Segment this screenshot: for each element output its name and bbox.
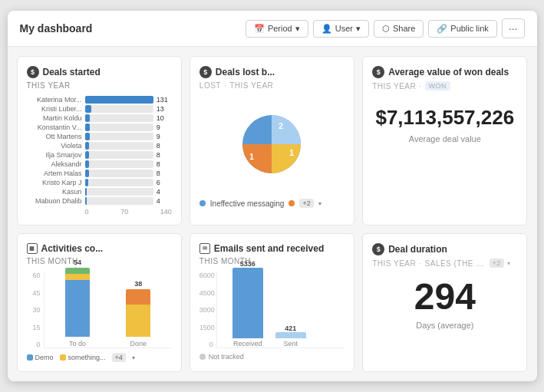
user-arrow: ▾ [356,24,361,34]
deals-started-chart: Katerina Mor...131Kristi Luber...13Marti… [27,96,172,205]
link-icon: 🔗 [437,24,447,34]
activities-dropdown-arrow[interactable]: ▾ [132,354,135,361]
more-options-button[interactable]: ··· [502,18,525,38]
svg-text:2: 2 [279,121,283,130]
bar-fill [85,105,92,113]
todo-seg-green [65,268,90,274]
bar-person-value: 10 [157,114,172,122]
window-header: My dashboard 📅 Period ▾ 👤 User ▾ ⬡ Share… [8,11,537,47]
bar-person-label: Kristo Karp J [27,179,82,186]
bar-row: Mabuon Dhalib4 [27,197,172,205]
bar-track [85,170,153,177]
bar-person-label: Violeta [27,142,82,150]
svg-text:1: 1 [289,148,294,157]
bar-person-label: Artem Halas [27,170,82,177]
dollar-icon4: $ [372,243,384,255]
calendar-icon2: ▦ [27,243,38,254]
user-label: User [335,24,353,33]
emails-card: ✉ Emails sent and received THIS MONTH 60… [190,233,354,372]
bar-group-done: 38 Done [111,280,166,348]
deal-duration-value: 294 [372,275,517,318]
bar-row: Konstantin V...9 [27,124,172,131]
period-arrow: ▾ [295,24,300,34]
something-label: something... [68,354,106,361]
deals-lost-pie: 2 1 1 [199,96,345,193]
activities-y-axis: 60 45 30 15 0 [27,272,42,348]
bar-fill [85,197,87,205]
bar-row: Kasun4 [27,188,172,196]
bar-fill [85,170,89,177]
bar-track [85,188,153,196]
activities-title: ▦ Activities co... [27,243,172,254]
todo-value: 54 [74,259,81,266]
bar-person-label: Kristi Luber... [27,105,82,113]
user-icon: 👤 [321,24,332,34]
bar-group-todo: 54 To do [51,259,105,348]
bar-fill [85,142,89,150]
deal-duration-subtitle: THIS YEAR · SALES (THE MAIN C... +2 ▾ [372,259,517,268]
bar-person-label: Ilja Smarjov [27,151,82,159]
bar-track [85,179,153,186]
avg-value-title: $ Average value of won deals [372,66,517,78]
sent-bar [275,332,306,338]
activities-plus-tag[interactable]: +4 [112,353,126,362]
legend-something: something... [60,354,106,361]
deal-duration-label: Days (average) [372,321,517,330]
todo-seg-yellow [65,274,90,280]
avg-value-amount: $7,113,557,226 [372,106,517,130]
legend-dropdown-arrow[interactable]: ▾ [318,200,321,207]
bar-fill [85,114,91,122]
period-button[interactable]: 📅 Period ▾ [246,20,308,38]
bar-fill [85,151,89,159]
calendar-icon: 📅 [254,24,265,34]
deals-lost-subtitle: LOST · THIS YEAR [199,81,345,90]
deals-lost-card: $ Deals lost b... LOST · THIS YEAR 2 [190,56,354,226]
bar-person-label: Kasun [27,188,82,196]
emails-y-axis: 6000 4500 3000 1500 0 [199,272,215,348]
bar-track [85,142,153,150]
bar-fill [85,124,90,131]
bar-track [85,133,153,140]
legend-dot-orange [288,200,295,206]
svg-text:1: 1 [249,152,254,161]
bar-track [85,114,153,122]
bar-person-value: 4 [157,188,172,196]
dashboard-grid: $ Deals started THIS YEAR Katerina Mor..… [8,47,537,381]
bar-track [85,151,153,159]
not-tracked-label: Not tracked [209,353,244,361]
duration-plus-tag[interactable]: +2 [490,259,504,268]
done-bar [126,289,150,337]
todo-seg-blue [65,280,90,337]
bar-row: Violeta8 [27,142,172,150]
bar-person-value: 8 [157,151,172,159]
emails-chart: 6000 4500 3000 1500 0 5336 Received 421 [199,272,345,348]
bar-fill [85,188,87,196]
legend-label-ineffective: Ineffective messaging [210,199,285,208]
public-link-button[interactable]: 🔗 Public link [428,20,497,38]
bar-track [85,105,153,113]
bar-row: Katerina Mor...131 [27,96,172,104]
header-actions: 📅 Period ▾ 👤 User ▾ ⬡ Share 🔗 Public lin… [246,18,525,38]
received-label: Received [233,340,262,348]
user-button[interactable]: 👤 User ▾ [313,20,369,38]
deal-duration-card: $ Deal duration THIS YEAR · SALES (THE M… [362,233,527,372]
bar-person-value: 8 [157,170,172,177]
deals-started-subtitle: THIS YEAR [27,81,172,90]
bar-row: Kristo Karp J6 [27,179,172,186]
legend-demo: Demo [27,354,54,361]
sent-value: 421 [285,324,296,332]
plus-tag-lost[interactable]: +2 [299,199,313,208]
bar-fill [85,179,88,186]
deals-lost-legend: Ineffective messaging +2 ▾ [199,199,345,208]
dashboard-title: My dashboard [20,22,93,35]
bar-fill [85,160,89,168]
bar-row: Aleksandr8 [27,160,172,168]
bar-row: Ott Martens9 [27,133,172,140]
share-button[interactable]: ⬡ Share [374,20,424,38]
bar-person-label: Katerina Mor... [27,96,82,104]
period-label: Period [268,24,292,33]
duration-dropdown-arrow[interactable]: ▾ [507,260,511,267]
bar-person-value: 131 [157,96,172,104]
bar-person-label: Martin Koldu [27,114,82,122]
sent-group: 421 Sent [275,324,306,348]
